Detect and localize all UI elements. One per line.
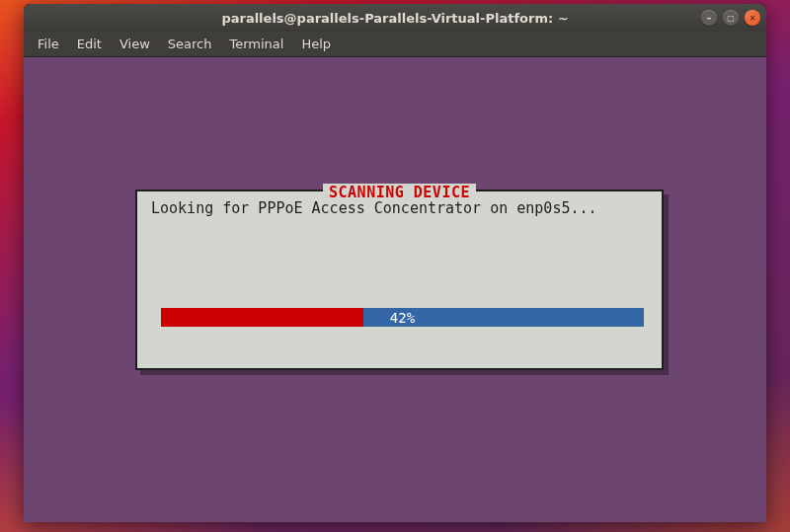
menu-file[interactable]: File [30,34,67,54]
dialog-message: Looking for PPPoE Access Concentrator on… [151,199,597,217]
menu-search[interactable]: Search [160,34,220,54]
minimize-button[interactable] [701,10,717,26]
menu-terminal[interactable]: Terminal [221,34,291,54]
scanning-dialog: SCANNING DEVICE Looking for PPPoE Access… [135,190,664,370]
progress-label: 42% [390,310,415,326]
progress-bar: 42% [161,308,644,327]
menu-help[interactable]: Help [293,34,339,54]
progress-fill [161,308,363,327]
menubar: File Edit View Search Terminal Help [24,32,766,57]
close-button[interactable] [745,10,760,26]
window-controls [701,10,760,26]
terminal-body[interactable]: SCANNING DEVICE Looking for PPPoE Access… [24,57,766,522]
menu-view[interactable]: View [112,34,158,54]
terminal-window: parallels@parallels-Parallels-Virtual-Pl… [24,4,766,522]
menu-edit[interactable]: Edit [69,34,110,54]
maximize-button[interactable] [723,10,739,26]
window-title: parallels@parallels-Parallels-Virtual-Pl… [221,11,568,26]
window-titlebar[interactable]: parallels@parallels-Parallels-Virtual-Pl… [24,4,766,32]
